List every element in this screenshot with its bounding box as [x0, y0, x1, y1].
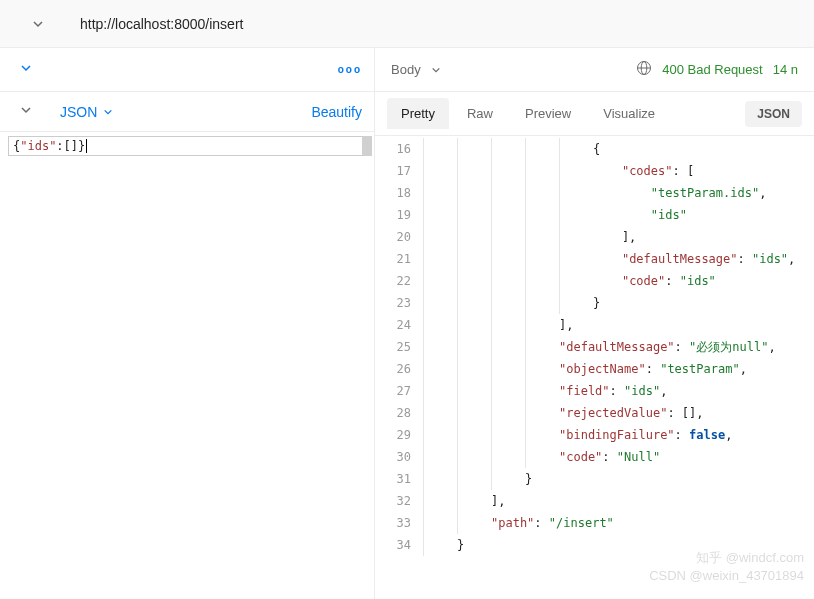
beautify-button[interactable]: Beautify [311, 104, 362, 120]
chevron-down-icon [103, 107, 113, 117]
code-line: 19 "ids" [375, 204, 814, 226]
language-dropdown[interactable]: JSON [60, 104, 113, 120]
request-body-editor[interactable]: {"ids":[]} [0, 132, 374, 599]
line-number: 24 [375, 314, 423, 336]
line-number: 20 [375, 226, 423, 248]
line-number: 21 [375, 248, 423, 270]
language-label: JSON [60, 104, 97, 120]
line-number: 30 [375, 446, 423, 468]
request-tabs-row: ooo [0, 48, 374, 92]
globe-icon[interactable] [636, 60, 652, 79]
tab-visualize[interactable]: Visualize [589, 98, 669, 129]
code-line: 20 ], [375, 226, 814, 248]
line-number: 19 [375, 204, 423, 226]
code-line: 33"path": "/insert" [375, 512, 814, 534]
chevron-down-icon [20, 104, 32, 116]
request-format-row: JSON Beautify [0, 92, 374, 132]
response-header-row: Body 400 Bad Request 14 n [375, 48, 814, 92]
tab-preview[interactable]: Preview [511, 98, 585, 129]
tab-raw[interactable]: Raw [453, 98, 507, 129]
response-time: 14 n [773, 62, 798, 77]
code-line: 26"objectName": "testParam", [375, 358, 814, 380]
chevron-down-icon [20, 62, 32, 74]
chevron-down-icon [32, 18, 44, 30]
line-number: 31 [375, 468, 423, 490]
body-type-dropdown[interactable] [12, 100, 40, 123]
line-number: 28 [375, 402, 423, 424]
code-line: 28"rejectedValue": [], [375, 402, 814, 424]
response-view-tabs: Pretty Raw Preview Visualize JSON [375, 92, 814, 136]
line-number: 17 [375, 160, 423, 182]
code-line: 24], [375, 314, 814, 336]
line-number: 26 [375, 358, 423, 380]
chevron-down-icon [431, 65, 441, 75]
line-number: 16 [375, 138, 423, 160]
code-line: 18 "testParam.ids", [375, 182, 814, 204]
line-number: 34 [375, 534, 423, 556]
response-format-dropdown[interactable]: JSON [745, 101, 802, 127]
request-tab-dropdown[interactable] [12, 58, 40, 81]
code-line: 32], [375, 490, 814, 512]
response-code-view[interactable]: 16{17 "codes": [18 "testParam.ids",19 "i… [375, 136, 814, 599]
code-line: 16{ [375, 138, 814, 160]
response-body-dropdown[interactable]: Body [391, 62, 441, 77]
line-number: 27 [375, 380, 423, 402]
line-number: 22 [375, 270, 423, 292]
code-line: 21 "defaultMessage": "ids", [375, 248, 814, 270]
method-dropdown[interactable] [8, 18, 68, 30]
code-line: 27"field": "ids", [375, 380, 814, 402]
line-number: 33 [375, 512, 423, 534]
code-line: 17 "codes": [ [375, 160, 814, 182]
code-line: 30"code": "Null" [375, 446, 814, 468]
minimap [362, 136, 372, 156]
url-input[interactable] [68, 8, 806, 40]
response-body-label: Body [391, 62, 421, 77]
line-number: 18 [375, 182, 423, 204]
url-bar [0, 0, 814, 48]
tab-pretty[interactable]: Pretty [387, 98, 449, 129]
more-options-icon[interactable]: ooo [338, 64, 362, 75]
line-number: 29 [375, 424, 423, 446]
status-code: 400 Bad Request [662, 62, 763, 77]
code-line: 34} [375, 534, 814, 556]
line-number: 25 [375, 336, 423, 358]
line-number: 32 [375, 490, 423, 512]
request-pane: ooo JSON Beautify {"ids":[]} [0, 48, 375, 599]
line-number: 23 [375, 292, 423, 314]
response-pane: Body 400 Bad Request 14 n Pretty Raw Pre… [375, 48, 814, 599]
code-line: 22 "code": "ids" [375, 270, 814, 292]
code-line: 23} [375, 292, 814, 314]
code-line: 31} [375, 468, 814, 490]
code-line: 29"bindingFailure": false, [375, 424, 814, 446]
code-line: 25"defaultMessage": "必须为null", [375, 336, 814, 358]
